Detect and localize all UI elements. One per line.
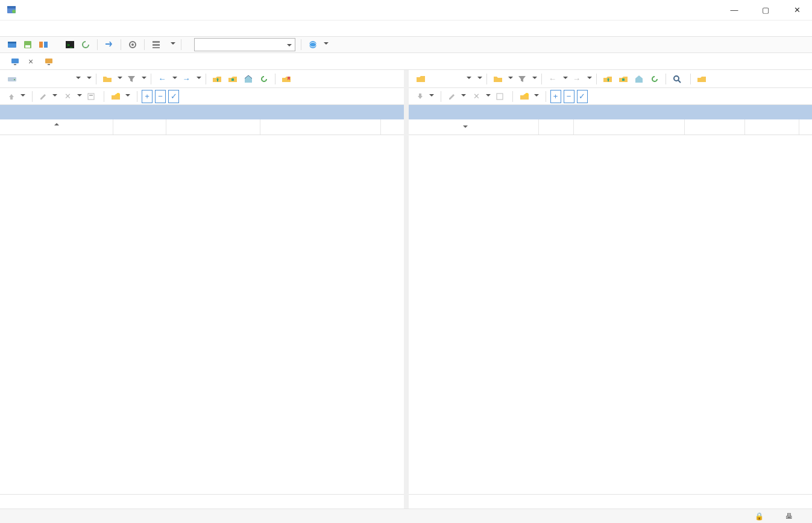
refresh-icon[interactable] [257,73,271,85]
col-date[interactable] [260,119,381,135]
splitter[interactable] [404,70,409,509]
upload-button[interactable] [5,90,28,103]
checkall-button[interactable]: ✓ [577,90,588,103]
root-folder-icon[interactable] [226,73,239,85]
titlebar: — ▢ ✕ [0,0,812,21]
svg-rect-21 [8,77,16,81]
svg-rect-18 [14,64,16,65]
delete-button[interactable]: ✕ [62,90,74,103]
lock-icon: 🔒 [755,512,764,521]
tab-new-session[interactable] [39,54,63,69]
remote-pane: ← → ✕ + − ✓ [409,70,813,509]
session-icon[interactable] [6,39,18,51]
minimize-button[interactable]: — [725,5,743,14]
bookmark-icon[interactable] [280,73,293,85]
svg-rect-25 [88,94,94,100]
filter-icon[interactable] [515,73,529,85]
edit-button[interactable] [445,90,468,103]
maximize-button[interactable]: ▢ [757,5,775,14]
forward-icon[interactable]: → [180,73,193,85]
monitor-icon [44,57,54,66]
plus-button[interactable]: + [550,90,561,103]
col-date[interactable] [574,119,685,135]
filter-icon[interactable] [125,73,138,85]
remote-oprow: ✕ + − ✓ [409,88,813,105]
parent-folder-icon[interactable] [601,73,614,85]
local-filelist[interactable] [0,135,404,494]
col-name[interactable] [0,119,113,135]
svg-rect-31 [497,94,503,100]
separator [97,39,98,50]
queue-icon[interactable] [150,39,162,51]
svg-rect-23 [231,78,234,81]
local-drive-combo[interactable] [5,72,83,86]
chevron-down-icon[interactable] [171,42,175,47]
open-folder-icon[interactable] [101,73,114,85]
svg-point-27 [116,93,120,97]
remote-filelist[interactable] [409,135,813,494]
svg-rect-13 [153,41,160,43]
home-icon[interactable] [632,73,646,85]
back-icon[interactable]: ← [156,73,169,85]
svg-point-2 [12,10,16,13]
col-size[interactable] [539,119,574,135]
remote-path [409,105,813,119]
back-icon[interactable]: ← [546,73,559,85]
minus-button[interactable]: − [155,90,166,103]
svg-rect-28 [622,78,625,81]
refresh-icon[interactable] [648,73,661,85]
refresh-both-icon[interactable] [80,39,92,51]
monitor-icon [10,57,20,66]
col-own[interactable] [745,119,799,135]
col-perm[interactable] [685,119,745,135]
svg-rect-4 [8,42,16,43]
download-button[interactable] [414,90,436,103]
chevron-down-icon[interactable] [87,77,92,81]
root-folder-icon[interactable] [617,73,630,85]
new-button[interactable] [109,90,133,103]
plus-button[interactable]: + [142,90,153,103]
close-button[interactable]: ✕ [788,5,806,14]
bottom-statusbar: 🔒 🖶 [0,509,812,523]
app-icon [6,5,17,16]
remote-navrow: ← → [409,70,813,88]
home-icon[interactable] [242,73,255,85]
open-folder-icon[interactable] [491,73,505,85]
find-icon[interactable] [670,73,684,85]
properties-button[interactable] [493,90,508,103]
chevron-down-icon[interactable] [477,77,482,81]
transfer-icon[interactable] [103,39,115,51]
menubar [0,21,812,36]
new-button[interactable] [517,90,541,103]
svg-rect-20 [48,64,50,65]
svg-rect-15 [153,47,160,48]
chevron-down-icon[interactable] [324,42,329,47]
svg-rect-26 [89,95,93,96]
col-name[interactable] [409,119,539,135]
transfer-options-combo[interactable] [194,38,295,51]
parent-folder-icon[interactable] [210,73,224,85]
browser-icon[interactable] [307,39,319,51]
svg-rect-17 [11,59,19,63]
svg-point-22 [14,79,15,80]
col-type[interactable] [166,119,260,135]
save-icon[interactable] [22,39,34,51]
edit-button[interactable] [37,90,60,103]
compare-icon[interactable] [37,39,49,51]
properties-button[interactable] [84,90,99,103]
delete-button[interactable]: ✕ [471,90,482,103]
forward-icon[interactable]: → [570,73,584,85]
svg-rect-24 [10,97,13,100]
close-icon[interactable]: × [28,57,33,66]
separator [301,39,301,50]
tab-active-session[interactable]: × [5,54,39,69]
remote-drive-combo[interactable] [414,72,474,86]
gear-icon[interactable] [127,39,139,51]
checkall-button[interactable]: ✓ [168,90,179,103]
svg-rect-1 [7,6,16,8]
terminal-icon[interactable]: >_ [64,39,76,51]
bookmark-icon[interactable] [695,73,708,85]
minus-button[interactable]: − [564,90,574,103]
svg-rect-19 [45,59,52,63]
col-size[interactable] [113,119,166,135]
